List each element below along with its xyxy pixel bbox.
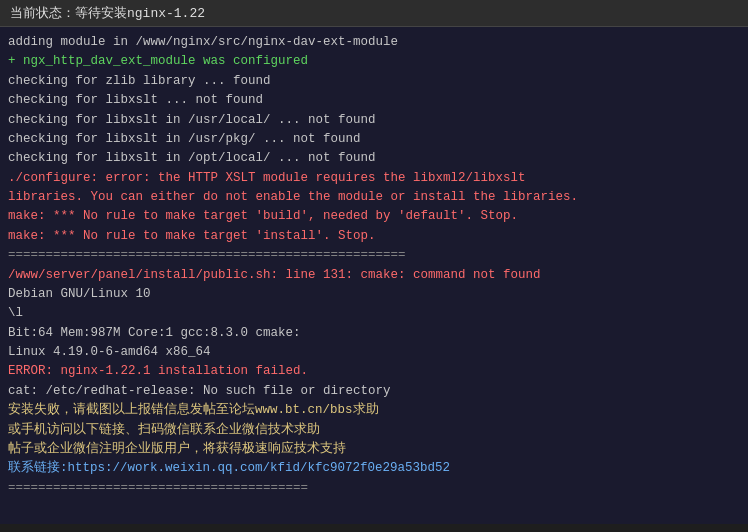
terminal-line: cat: /etc/redhat-release: No such file o… (8, 382, 740, 401)
title-bar: 当前状态：等待安装nginx-1.22 (0, 0, 748, 27)
terminal-line: ./configure: error: the HTTP XSLT module… (8, 169, 740, 188)
terminal-line: adding module in /www/nginx/src/nginx-da… (8, 33, 740, 52)
terminal-line: \l (8, 304, 740, 323)
terminal-line: + ngx_http_dav_ext_module was configured (8, 52, 740, 71)
terminal-line: ERROR: nginx-1.22.1 installation failed. (8, 362, 740, 381)
terminal-line: checking for zlib library ... found (8, 72, 740, 91)
terminal-line: 联系链接:https://work.weixin.qq.com/kfid/kfc… (8, 459, 740, 478)
terminal-line: checking for libxslt in /opt/local/ ... … (8, 149, 740, 168)
terminal-line: ======================================== (8, 479, 740, 498)
terminal-line: ========================================… (8, 246, 740, 265)
terminal-line: 安装失败，请截图以上报错信息发帖至论坛www.bt.cn/bbs求助 (8, 401, 740, 420)
terminal-line: checking for libxslt in /usr/pkg/ ... no… (8, 130, 740, 149)
terminal-line: Bit:64 Mem:987M Core:1 gcc:8.3.0 cmake: (8, 324, 740, 343)
terminal-line: 帖子或企业微信注明企业版用户，将获得极速响应技术支持 (8, 440, 740, 459)
terminal-line: make: *** No rule to make target 'instal… (8, 227, 740, 246)
terminal-line: checking for libxslt in /usr/local/ ... … (8, 111, 740, 130)
terminal-line: make: *** No rule to make target 'build'… (8, 207, 740, 226)
terminal-line: checking for libxslt ... not found (8, 91, 740, 110)
title-text: 当前状态：等待安装nginx-1.22 (10, 6, 205, 21)
terminal-output: adding module in /www/nginx/src/nginx-da… (0, 27, 748, 524)
terminal-line: Debian GNU/Linux 10 (8, 285, 740, 304)
terminal-line: /www/server/panel/install/public.sh: lin… (8, 266, 740, 285)
terminal-line: Linux 4.19.0-6-amd64 x86_64 (8, 343, 740, 362)
terminal-line: 或手机访问以下链接、扫码微信联系企业微信技术求助 (8, 421, 740, 440)
terminal-line: libraries. You can either do not enable … (8, 188, 740, 207)
